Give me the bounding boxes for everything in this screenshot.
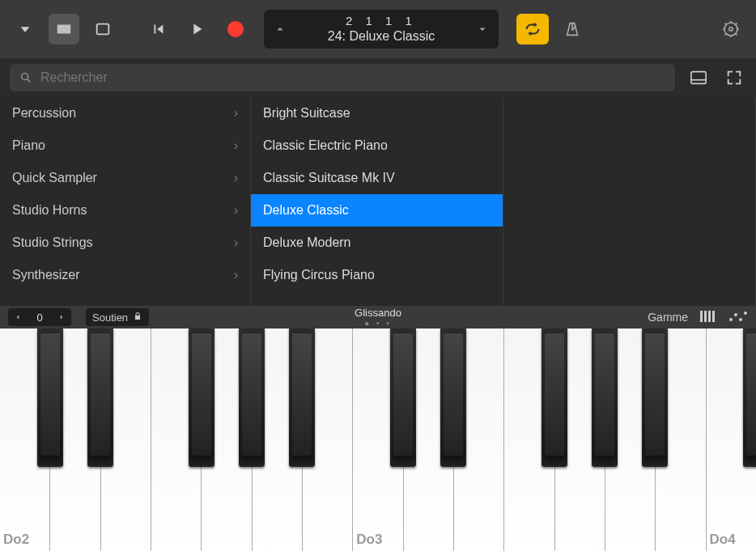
go-to-start-button[interactable] bbox=[142, 14, 173, 45]
preset-row[interactable]: Bright Suitcase bbox=[251, 97, 503, 129]
chevron-right-icon: › bbox=[234, 171, 238, 185]
preset-row[interactable]: Classic Suitcase Mk IV bbox=[251, 162, 503, 194]
settings-button[interactable] bbox=[716, 14, 746, 45]
svg-rect-0 bbox=[97, 24, 109, 35]
keyboard-bars-icon bbox=[699, 310, 717, 323]
lcd-display: 2 1 1 1 24: Deluxe Classic bbox=[264, 10, 499, 49]
category-row[interactable]: Percussion› bbox=[0, 97, 250, 129]
piano-black-key[interactable] bbox=[542, 328, 567, 467]
inbox-icon bbox=[55, 20, 73, 38]
octave-value: 0 bbox=[28, 312, 52, 324]
piano-black-key[interactable] bbox=[289, 328, 315, 467]
piano-black-key[interactable] bbox=[390, 328, 416, 467]
piano-black-key[interactable] bbox=[440, 328, 466, 467]
record-icon bbox=[227, 21, 244, 37]
svg-point-14 bbox=[744, 312, 747, 315]
preset-row[interactable]: Classic Electric Piano bbox=[251, 129, 503, 162]
arpeggiator-button[interactable] bbox=[728, 311, 748, 324]
chevron-right-icon: › bbox=[234, 106, 238, 121]
keyboard-mode-selector[interactable]: Glissando ● • • bbox=[355, 307, 401, 328]
category-label: Quick Sampler bbox=[12, 171, 97, 185]
svg-point-3 bbox=[22, 74, 28, 80]
search-icon bbox=[19, 71, 32, 84]
window-icon bbox=[94, 20, 112, 38]
svg-point-12 bbox=[734, 313, 737, 316]
piano-black-key[interactable] bbox=[87, 328, 113, 467]
chevron-right-icon: › bbox=[234, 268, 238, 282]
fullscreen-button[interactable] bbox=[722, 66, 746, 90]
svg-line-4 bbox=[28, 79, 30, 82]
search-row bbox=[0, 58, 756, 97]
keyboard-controls-strip: 0 Soutien Glissando ● • • Gamme bbox=[0, 306, 756, 328]
svg-rect-8 bbox=[704, 311, 707, 322]
piano-keyboard[interactable]: Do2 Do3 Do4 bbox=[0, 328, 756, 551]
record-button[interactable] bbox=[220, 14, 251, 45]
svg-point-11 bbox=[729, 318, 733, 321]
preset-label: Bright Suitcase bbox=[263, 106, 350, 121]
key-label: Do2 bbox=[3, 532, 29, 548]
category-row[interactable]: Quick Sampler› bbox=[0, 162, 250, 194]
key-label: Do4 bbox=[710, 532, 736, 548]
play-button[interactable] bbox=[181, 14, 212, 45]
piano-black-key[interactable] bbox=[37, 328, 63, 467]
menu-dropdown-button[interactable] bbox=[10, 14, 40, 45]
chevron-down-icon bbox=[475, 22, 490, 36]
octave-up-button[interactable] bbox=[52, 308, 71, 326]
category-column[interactable]: Percussion› Piano› Quick Sampler› Studio… bbox=[0, 97, 251, 306]
play-icon bbox=[188, 20, 206, 38]
category-row[interactable]: Synthesizer› bbox=[0, 259, 250, 291]
category-label: Studio Horns bbox=[12, 203, 87, 218]
preset-row[interactable]: Deluxe Modern bbox=[251, 227, 503, 259]
metronome-icon bbox=[563, 20, 581, 38]
library-button[interactable] bbox=[49, 14, 79, 45]
top-toolbar: 2 1 1 1 24: Deluxe Classic bbox=[0, 0, 756, 58]
category-row[interactable]: Piano› bbox=[0, 129, 250, 162]
black-keys bbox=[0, 328, 756, 467]
cycle-button[interactable] bbox=[516, 14, 549, 45]
chevron-right-icon bbox=[57, 313, 66, 321]
display-position: 2 1 1 1 bbox=[296, 14, 466, 28]
preset-row[interactable]: Flying Circus Piano bbox=[251, 259, 503, 291]
preset-label: Deluxe Modern bbox=[263, 235, 351, 250]
chevron-up-icon bbox=[273, 22, 287, 36]
cycle-icon bbox=[524, 20, 542, 38]
arpeggio-icon bbox=[728, 311, 748, 322]
octave-down-button[interactable] bbox=[8, 308, 28, 326]
preset-column-3[interactable] bbox=[503, 97, 756, 306]
compact-view-button[interactable] bbox=[686, 66, 711, 90]
preset-column[interactable]: Bright Suitcase Classic Electric Piano C… bbox=[251, 97, 503, 306]
category-label: Synthesizer bbox=[12, 268, 80, 282]
metronome-button[interactable] bbox=[557, 14, 588, 45]
chevron-right-icon: › bbox=[234, 203, 238, 218]
piano-black-key[interactable] bbox=[592, 328, 618, 467]
preset-label: Flying Circus Piano bbox=[263, 268, 375, 282]
category-label: Piano bbox=[12, 138, 45, 153]
triangle-down-icon bbox=[16, 20, 34, 38]
piano-black-key[interactable] bbox=[239, 328, 265, 467]
gear-icon bbox=[721, 19, 741, 39]
octave-stepper: 0 bbox=[8, 308, 71, 326]
category-row[interactable]: Studio Horns› bbox=[0, 194, 250, 227]
piano-black-key[interactable] bbox=[642, 328, 668, 467]
keyboard-layout-button[interactable] bbox=[699, 310, 717, 325]
svg-point-2 bbox=[729, 28, 733, 31]
search-input[interactable] bbox=[40, 70, 665, 85]
piano-black-key[interactable] bbox=[743, 328, 756, 467]
search-box[interactable] bbox=[10, 64, 675, 91]
preset-label: Deluxe Classic bbox=[263, 203, 349, 218]
scale-button[interactable]: Gamme bbox=[648, 311, 688, 324]
display-patch-name: 24: Deluxe Classic bbox=[296, 28, 466, 44]
piano-black-key[interactable] bbox=[189, 328, 214, 467]
sustain-button[interactable]: Soutien bbox=[86, 308, 149, 326]
preset-row-selected[interactable]: Deluxe Classic bbox=[251, 194, 503, 227]
chevron-right-icon: › bbox=[234, 235, 238, 250]
lock-icon bbox=[133, 312, 142, 324]
view-button[interactable] bbox=[87, 14, 118, 45]
display-prev-button[interactable] bbox=[264, 10, 296, 49]
skip-back-icon bbox=[149, 20, 167, 38]
display-next-button[interactable] bbox=[466, 10, 499, 49]
svg-rect-5 bbox=[691, 72, 706, 84]
category-row[interactable]: Studio Strings› bbox=[0, 227, 250, 259]
display-center[interactable]: 2 1 1 1 24: Deluxe Classic bbox=[296, 14, 466, 44]
svg-rect-7 bbox=[700, 311, 703, 322]
